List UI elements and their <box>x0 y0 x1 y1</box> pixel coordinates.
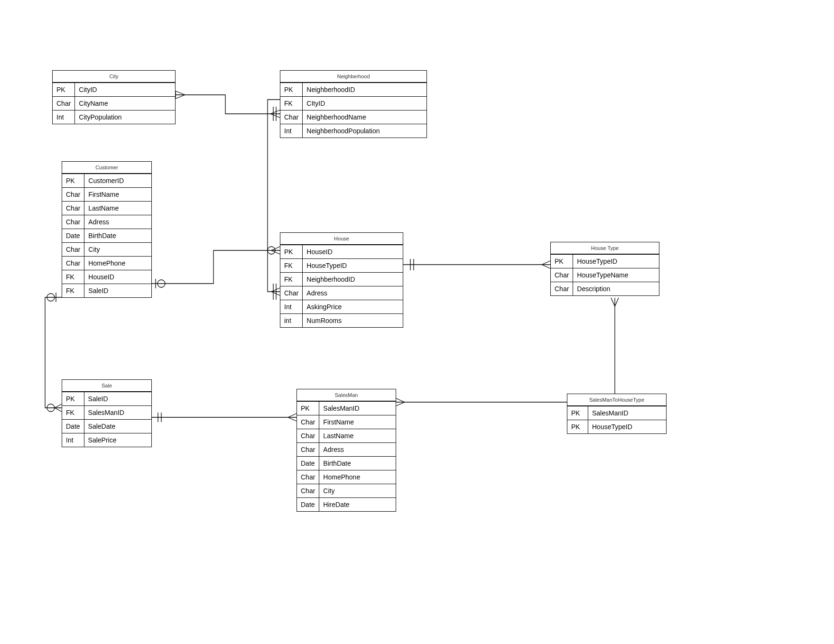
field-name: HouseTypeID <box>588 420 666 433</box>
field-name: FirstName <box>84 187 151 201</box>
field-type: Date <box>297 497 319 511</box>
field-name: NeighberhoodID <box>303 272 403 286</box>
entity-house-body: PK HouseID FK HouseTypeID FK Neighberhoo… <box>280 245 403 327</box>
svg-point-0 <box>268 247 275 254</box>
field-type: Date <box>297 456 319 470</box>
field-name: SalesManID <box>84 405 151 419</box>
field-name: SalesManID <box>319 401 396 415</box>
field-name: HouseID <box>303 245 403 258</box>
field-name: City <box>319 484 396 497</box>
entity-neighborhood-title: Neighberhood <box>280 71 426 83</box>
field-type: PK <box>567 406 588 420</box>
field-name: HomePhone <box>84 256 151 270</box>
field-type: PK <box>62 174 84 187</box>
field-name: SaleDate <box>84 419 151 433</box>
field-type: Int <box>280 300 303 313</box>
field-type: Date <box>62 229 84 242</box>
field-type: Char <box>551 268 573 282</box>
field-name: HomePhone <box>319 470 396 484</box>
field-type: PK <box>53 83 75 96</box>
field-type: Char <box>62 187 84 201</box>
field-type: Char <box>62 215 84 229</box>
field-name: CityID <box>75 83 175 96</box>
field-name: BirthDate <box>319 456 396 470</box>
entity-salesman-title: SalesMan <box>297 389 396 401</box>
field-type: PK <box>551 254 573 268</box>
field-type: Char <box>297 442 319 456</box>
field-name: HireDate <box>319 497 396 511</box>
entity-salesmantohousetype-title: SalesManToHouseType <box>567 394 666 406</box>
field-type: FK <box>280 258 303 272</box>
field-type: PK <box>280 83 303 96</box>
field-name: HouseTypeID <box>573 254 659 268</box>
field-name: BirthDate <box>84 229 151 242</box>
field-name: Adress <box>84 215 151 229</box>
field-name: LastName <box>84 201 151 215</box>
field-type: FK <box>280 272 303 286</box>
entity-salesmantohousetype: SalesManToHouseType PK SalesManID PK Hou… <box>567 394 667 434</box>
field-type: FK <box>62 270 84 284</box>
field-name: HouseTypeID <box>303 258 403 272</box>
field-name: LastName <box>319 429 396 442</box>
field-type: Char <box>280 110 303 124</box>
field-name: AskingPrice <box>303 300 403 313</box>
field-type: Char <box>551 282 573 295</box>
field-name: FirstName <box>319 415 396 429</box>
entity-neighborhood: Neighberhood PK NeighberhoodID FK CItyID… <box>280 70 427 138</box>
field-type: int <box>280 313 303 327</box>
entity-salesman-body: PK SalesManID Char FirstName Char LastNa… <box>297 401 396 511</box>
svg-point-3 <box>47 404 55 412</box>
entity-neighborhood-body: PK NeighberhoodID FK CItyID Char Neighbe… <box>280 83 426 138</box>
field-type: PK <box>280 245 303 258</box>
field-type: Char <box>280 286 303 300</box>
entity-sale-body: PK SaleID FK SalesManID Date SaleDate In… <box>62 392 151 447</box>
entity-salesmantohousetype-body: PK SalesManID PK HouseTypeID <box>567 406 666 433</box>
entity-housetype: House Type PK HouseTypeID Char HouseType… <box>550 242 659 296</box>
field-name: SaleID <box>84 392 151 405</box>
field-type: Int <box>53 110 75 124</box>
field-type: Char <box>297 484 319 497</box>
er-diagram-canvas: City PK CityID Char CityName Int CityPop… <box>0 0 834 644</box>
field-type: PK <box>567 420 588 433</box>
field-type: Char <box>53 96 75 110</box>
field-name: HouseID <box>84 270 151 284</box>
field-name: SalesManID <box>588 406 666 420</box>
entity-salesman: SalesMan PK SalesManID Char FirstName Ch… <box>297 389 396 512</box>
field-type: Int <box>280 124 303 138</box>
field-type: Char <box>62 256 84 270</box>
field-type: Char <box>297 470 319 484</box>
entity-house-title: House <box>280 233 403 245</box>
field-type: Int <box>62 433 84 447</box>
field-type: Char <box>297 429 319 442</box>
entity-customer-title: Customer <box>62 162 151 174</box>
field-name: NeighberhoodPopulation <box>303 124 426 138</box>
field-type: Date <box>62 419 84 433</box>
field-type: Char <box>297 415 319 429</box>
field-type: PK <box>62 392 84 405</box>
entity-customer-body: PK CustomerID Char FirstName Char LastNa… <box>62 174 151 297</box>
entity-sale-title: Sale <box>62 380 151 392</box>
field-name: Adress <box>319 442 396 456</box>
field-type: FK <box>280 96 303 110</box>
field-type: FK <box>62 284 84 297</box>
entity-customer: Customer PK CustomerID Char FirstName Ch… <box>62 161 152 298</box>
field-name: CustomerID <box>84 174 151 187</box>
svg-point-2 <box>47 294 55 301</box>
field-name: HouseTypeName <box>573 268 659 282</box>
field-name: CityPopulation <box>75 110 175 124</box>
entity-sale: Sale PK SaleID FK SalesManID Date SaleDa… <box>62 379 152 447</box>
field-name: Description <box>573 282 659 295</box>
field-name: NeighberhoodID <box>303 83 426 96</box>
field-name: NumRooms <box>303 313 403 327</box>
field-name: Adress <box>303 286 403 300</box>
entity-city: City PK CityID Char CityName Int CityPop… <box>52 70 176 124</box>
field-name: SaleID <box>84 284 151 297</box>
field-name: CItyID <box>303 96 426 110</box>
field-name: NeighberhoodName <box>303 110 426 124</box>
entity-house: House PK HouseID FK HouseTypeID FK Neigh… <box>280 232 403 328</box>
entity-city-title: City <box>53 71 175 83</box>
field-name: City <box>84 242 151 256</box>
entity-housetype-body: PK HouseTypeID Char HouseTypeName Char D… <box>551 254 659 295</box>
entity-city-body: PK CityID Char CityName Int CityPopulati… <box>53 83 175 124</box>
field-type: FK <box>62 405 84 419</box>
